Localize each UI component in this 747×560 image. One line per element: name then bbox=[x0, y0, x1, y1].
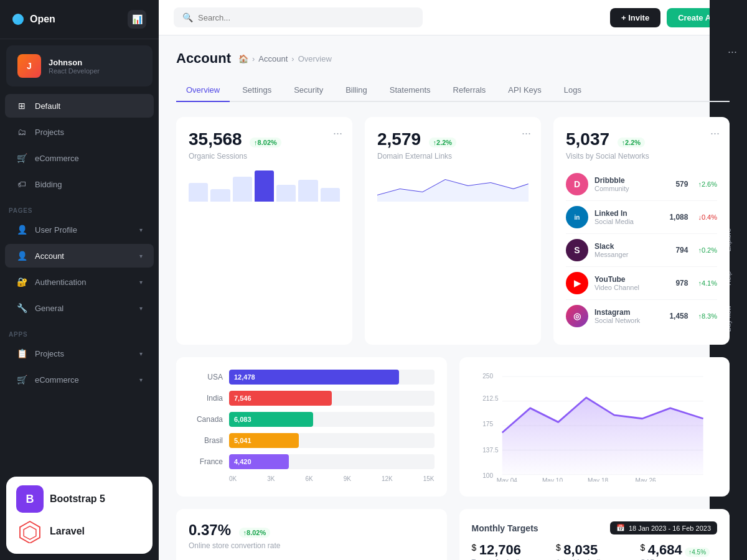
projects-app-icon: 📋 bbox=[16, 348, 27, 359]
chevron-icon: ▾ bbox=[139, 376, 143, 383]
sidebar-toggle[interactable]: 📊 bbox=[128, 10, 146, 29]
bootstrap-label: Bootstrap 5 bbox=[50, 493, 105, 505]
scale-9: 9K bbox=[344, 475, 351, 482]
social-change: ↑4.1% bbox=[698, 279, 717, 287]
stat-label: Organic Sessions bbox=[189, 152, 340, 161]
social-change: ↑0.2% bbox=[698, 246, 717, 254]
svg-text:250: 250 bbox=[482, 373, 493, 380]
svg-text:175: 175 bbox=[482, 421, 493, 427]
sidebar-item-account[interactable]: 👤 Account ▾ bbox=[5, 244, 154, 268]
sidebar-item-projects[interactable]: 🗂 Projects bbox=[5, 120, 154, 144]
target-amount: 8,035 bbox=[563, 542, 598, 558]
search-box[interactable]: 🔍 bbox=[174, 7, 423, 27]
tab-logs[interactable]: Logs bbox=[554, 79, 591, 102]
sidebar-header: Open 📊 bbox=[0, 0, 159, 39]
stat-value: 35,568 bbox=[189, 129, 242, 149]
stat-badge: ↑8.02% bbox=[250, 138, 281, 147]
target-item-gap: $ 4,684 ↑4.5% GAP bbox=[641, 542, 718, 560]
bar-chart-card: USA 12,478 India 7,546 Canada 6,083 bbox=[176, 357, 447, 497]
bar-track: 5,041 bbox=[229, 433, 435, 448]
laravel-label: Laravel bbox=[50, 526, 85, 537]
conversion-value-row: 0.37% ↑8.02% bbox=[189, 521, 435, 539]
breadcrumb: 🏠 › Account › Overview bbox=[238, 54, 332, 63]
account-icon: 👤 bbox=[16, 250, 27, 261]
auth-icon: 🔐 bbox=[16, 276, 27, 287]
charts-row: USA 12,478 India 7,546 Canada 6,083 bbox=[176, 357, 730, 497]
sidebar-item-bidding[interactable]: 🏷 Bidding bbox=[5, 172, 154, 196]
conversion-value: 0.37% bbox=[189, 521, 231, 538]
stat-more[interactable]: ··· bbox=[710, 127, 720, 140]
tab-settings[interactable]: Settings bbox=[232, 79, 281, 102]
search-input[interactable] bbox=[198, 13, 414, 22]
main-content: 🔍 + Invite Create App Account 🏠 › Accoun… bbox=[159, 0, 747, 560]
stat-more[interactable]: ··· bbox=[522, 127, 531, 140]
social-value: 1,088 bbox=[669, 213, 688, 222]
logo-icon bbox=[12, 14, 24, 25]
youtube-icon: ▶ bbox=[566, 272, 588, 294]
projects-icon: 🗂 bbox=[16, 126, 27, 138]
tab-security[interactable]: Security bbox=[284, 79, 333, 102]
tab-statements[interactable]: Statements bbox=[380, 79, 441, 102]
target-sup: $ bbox=[472, 543, 477, 553]
bootstrap-icon: B bbox=[16, 485, 44, 513]
sidebar-item-ecommerce[interactable]: 🛒 eCommerce bbox=[5, 146, 154, 170]
avatar: J bbox=[17, 54, 41, 78]
social-value: 1,458 bbox=[669, 312, 688, 320]
user-card[interactable]: J Johnson React Developer bbox=[6, 45, 153, 86]
sidebar: Open 📊 J Johnson React Developer ⊞ Defau… bbox=[0, 0, 159, 560]
page-content: Account 🏠 › Account › Overview Overview … bbox=[159, 35, 747, 560]
sidebar-item-general[interactable]: 🔧 General ▾ bbox=[5, 296, 154, 320]
sidebar-item-label: Bidding bbox=[35, 180, 62, 189]
chevron-icon: ▾ bbox=[139, 253, 143, 259]
bar-fill: 12,478 bbox=[229, 370, 399, 385]
svg-text:May 26: May 26 bbox=[635, 477, 656, 482]
stat-value: 5,037 bbox=[566, 129, 609, 149]
stats-grid: ··· 35,568 ↑8.02% Organic Sessions bbox=[176, 117, 730, 345]
stat-more[interactable]: ··· bbox=[728, 45, 737, 58]
target-sup: $ bbox=[556, 543, 561, 553]
stat-value: 2,579 bbox=[377, 129, 421, 149]
breadcrumb-sep: › bbox=[252, 54, 255, 63]
breadcrumb-account[interactable]: Account bbox=[258, 54, 288, 63]
scale-3: 3K bbox=[267, 475, 275, 482]
social-row-dribbble: D Dribbble Community 579 ↑2.6% bbox=[566, 168, 717, 201]
stat-card-links: ··· 2,579 ↑2.2% Domain External Links bbox=[365, 117, 541, 345]
tab-overview[interactable]: Overview bbox=[176, 79, 230, 102]
sidebar-item-label: Projects bbox=[35, 349, 64, 358]
bar-label: France bbox=[189, 457, 223, 466]
tab-referrals[interactable]: Referrals bbox=[443, 79, 496, 102]
conversion-card: ··· 0.37% ↑8.02% Online store convertion… bbox=[176, 509, 447, 560]
stat-value-row: 5,037 ↑2.2% bbox=[566, 129, 717, 149]
topbar: 🔍 + Invite Create App bbox=[159, 0, 747, 35]
invite-button[interactable]: + Invite bbox=[610, 8, 660, 27]
social-name: Instagram bbox=[594, 308, 663, 317]
social-name: Slack bbox=[594, 242, 669, 251]
target-amount: 12,706 bbox=[479, 542, 521, 558]
social-row-youtube: ▶ YouTube Video Channel 978 ↑4.1% bbox=[566, 267, 717, 300]
sidebar-item-ecommerce-app[interactable]: 🛒 eCommerce ▾ bbox=[5, 368, 154, 391]
target-item-targets: $ 12,706 Targets for April bbox=[472, 542, 549, 560]
sidebar-item-projects-app[interactable]: 📋 Projects ▾ bbox=[5, 342, 154, 365]
stat-value-row: 2,579 ↑2.2% bbox=[377, 129, 529, 149]
calendar-icon: 📅 bbox=[616, 524, 625, 532]
stat-more[interactable]: ··· bbox=[333, 127, 342, 140]
line-chart-svg: 100 137.5 175 212.5 250 bbox=[472, 370, 718, 482]
ecommerce-icon: 🛒 bbox=[16, 152, 27, 164]
tab-billing[interactable]: Billing bbox=[336, 79, 377, 102]
scale-15: 15K bbox=[423, 475, 435, 482]
sidebar-item-default[interactable]: ⊞ Default bbox=[5, 94, 154, 118]
targets-header: Monthly Targets 📅 18 Jan 2023 - 16 Feb 2… bbox=[472, 521, 718, 534]
tab-api-keys[interactable]: API Keys bbox=[498, 79, 551, 102]
app-name: Open bbox=[30, 14, 55, 25]
bar-label: Brasil bbox=[189, 436, 223, 445]
social-type: Community bbox=[594, 185, 669, 192]
stat-card-social: ··· 5,037 ↑2.2% Visits by Social Network… bbox=[553, 117, 730, 345]
page-header: Account 🏠 › Account › Overview bbox=[176, 50, 730, 67]
social-value: 579 bbox=[675, 180, 688, 189]
bar-row-india: India 7,546 bbox=[189, 391, 435, 406]
sidebar-item-authentication[interactable]: 🔐 Authentication ▾ bbox=[5, 270, 154, 294]
social-info: Linked In Social Media bbox=[594, 209, 663, 225]
sidebar-item-user-profile[interactable]: 👤 User Profile ▾ bbox=[5, 218, 154, 241]
targets-date: 📅 18 Jan 2023 - 16 Feb 2023 bbox=[610, 521, 717, 534]
sidebar-item-label: Projects bbox=[35, 128, 64, 137]
